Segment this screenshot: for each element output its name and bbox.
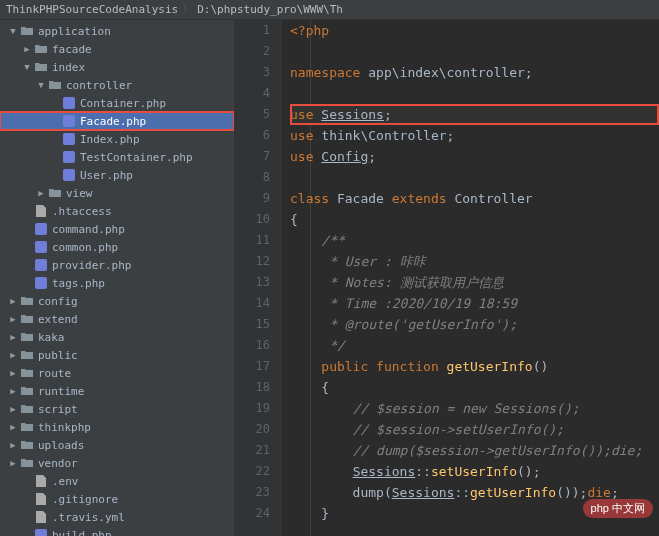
code-line[interactable]: /**	[290, 230, 659, 251]
code-line[interactable]: use think\Controller;	[290, 125, 659, 146]
expand-arrow-icon	[50, 98, 60, 108]
tree-item-uploads[interactable]: ▶uploads	[0, 436, 234, 454]
expand-arrow-icon[interactable]: ▶	[8, 404, 18, 414]
code-line[interactable]: */	[290, 335, 659, 356]
tree-item-testcontainer-php[interactable]: TestContainer.php	[0, 148, 234, 166]
tree-item-build-php[interactable]: build.php	[0, 526, 234, 536]
code-line[interactable]: // $session = new Sessions();	[290, 398, 659, 419]
code-line[interactable]: use Config;	[290, 146, 659, 167]
code-line[interactable]	[290, 83, 659, 104]
tree-item-common-php[interactable]: common.php	[0, 238, 234, 256]
tree-item-label: build.php	[52, 529, 112, 537]
folder-icon	[20, 402, 34, 416]
code-editor[interactable]: 123456789101112131415161718192021222324 …	[234, 20, 659, 536]
tree-item--gitignore[interactable]: .gitignore	[0, 490, 234, 508]
file-generic-icon	[34, 204, 48, 218]
tree-item-label: thinkphp	[38, 421, 91, 434]
tree-item-label: view	[66, 187, 93, 200]
tree-item-facade[interactable]: ▶facade	[0, 40, 234, 58]
tree-item-public[interactable]: ▶public	[0, 346, 234, 364]
code-line[interactable]: * User : 咔咔	[290, 251, 659, 272]
expand-arrow-icon[interactable]: ▶	[8, 386, 18, 396]
tree-item-provider-php[interactable]: provider.php	[0, 256, 234, 274]
tree-item-container-php[interactable]: Container.php	[0, 94, 234, 112]
code-line[interactable]: use Sessions;	[290, 104, 659, 125]
tree-item-command-php[interactable]: command.php	[0, 220, 234, 238]
line-number: 18	[234, 377, 270, 398]
svg-rect-2	[63, 133, 75, 145]
code-line[interactable]: * Time :2020/10/19 18:59	[290, 293, 659, 314]
code-line[interactable]: // dump($session->getUserInfo());die;	[290, 440, 659, 461]
code-line[interactable]: Sessions::setUserInfo();	[290, 461, 659, 482]
tree-item-label: public	[38, 349, 78, 362]
tree-item-label: Index.php	[80, 133, 140, 146]
code-line[interactable]: namespace app\index\controller;	[290, 62, 659, 83]
expand-arrow-icon	[50, 170, 60, 180]
tree-item-script[interactable]: ▶script	[0, 400, 234, 418]
tree-item-vendor[interactable]: ▶vendor	[0, 454, 234, 472]
line-number: 5	[234, 104, 270, 125]
expand-arrow-icon[interactable]: ▶	[22, 44, 32, 54]
expand-arrow-icon[interactable]: ▶	[8, 350, 18, 360]
tree-item-tags-php[interactable]: tags.php	[0, 274, 234, 292]
line-number: 14	[234, 293, 270, 314]
line-number: 20	[234, 419, 270, 440]
tree-item--htaccess[interactable]: .htaccess	[0, 202, 234, 220]
tree-item-runtime[interactable]: ▶runtime	[0, 382, 234, 400]
tree-item-config[interactable]: ▶config	[0, 292, 234, 310]
php-file-icon	[62, 96, 76, 110]
code-line[interactable]: class Facade extends Controller	[290, 188, 659, 209]
code-line[interactable]: <?php	[290, 20, 659, 41]
tree-item-label: application	[38, 25, 111, 38]
line-number: 10	[234, 209, 270, 230]
code-line[interactable]: * @route('getUserInfo');	[290, 314, 659, 335]
line-number: 11	[234, 230, 270, 251]
code-line[interactable]: public function getUserInfo()	[290, 356, 659, 377]
php-file-icon	[34, 528, 48, 536]
line-number: 4	[234, 83, 270, 104]
code-area[interactable]: <?phpnamespace app\index\controller;use …	[282, 20, 659, 536]
code-line[interactable]: * Notes: 测试获取用户信息	[290, 272, 659, 293]
tree-item-controller[interactable]: ▼controller	[0, 76, 234, 94]
line-number: 1	[234, 20, 270, 41]
line-number: 15	[234, 314, 270, 335]
svg-rect-5	[35, 223, 47, 235]
tree-item-user-php[interactable]: User.php	[0, 166, 234, 184]
folder-icon	[20, 348, 34, 362]
tree-item-facade-php[interactable]: Facade.php	[0, 112, 234, 130]
expand-arrow-icon[interactable]: ▶	[8, 332, 18, 342]
tree-item-thinkphp[interactable]: ▶thinkphp	[0, 418, 234, 436]
tree-item-extend[interactable]: ▶extend	[0, 310, 234, 328]
tree-item--travis-yml[interactable]: .travis.yml	[0, 508, 234, 526]
code-line[interactable]: {	[290, 377, 659, 398]
tree-item-index[interactable]: ▼index	[0, 58, 234, 76]
expand-arrow-icon[interactable]: ▶	[8, 296, 18, 306]
svg-rect-8	[35, 277, 47, 289]
expand-arrow-icon[interactable]: ▼	[8, 26, 18, 36]
expand-arrow-icon[interactable]: ▼	[36, 80, 46, 90]
tree-item-index-php[interactable]: Index.php	[0, 130, 234, 148]
project-tree[interactable]: ▼application▶facade▼index▼controllerCont…	[0, 20, 234, 536]
tree-item--env[interactable]: .env	[0, 472, 234, 490]
expand-arrow-icon[interactable]: ▼	[22, 62, 32, 72]
expand-arrow-icon[interactable]: ▶	[8, 458, 18, 468]
code-line[interactable]	[290, 41, 659, 62]
tree-item-route[interactable]: ▶route	[0, 364, 234, 382]
expand-arrow-icon[interactable]: ▶	[8, 368, 18, 378]
tree-item-view[interactable]: ▶view	[0, 184, 234, 202]
tree-item-application[interactable]: ▼application	[0, 22, 234, 40]
expand-arrow-icon[interactable]: ▶	[8, 422, 18, 432]
php-file-icon	[34, 222, 48, 236]
code-line[interactable]	[290, 167, 659, 188]
expand-arrow-icon[interactable]: ▶	[8, 314, 18, 324]
code-line[interactable]: // $session->setUserInfo();	[290, 419, 659, 440]
tree-item-kaka[interactable]: ▶kaka	[0, 328, 234, 346]
breadcrumb-bar: ThinkPHPSourceCodeAnalysis 〉 D:\phpstudy…	[0, 0, 659, 20]
expand-arrow-icon[interactable]: ▶	[8, 440, 18, 450]
line-number: 8	[234, 167, 270, 188]
tree-item-label: TestContainer.php	[80, 151, 193, 164]
expand-arrow-icon[interactable]: ▶	[36, 188, 46, 198]
expand-arrow-icon	[22, 206, 32, 216]
svg-rect-1	[63, 115, 75, 127]
code-line[interactable]: {	[290, 209, 659, 230]
